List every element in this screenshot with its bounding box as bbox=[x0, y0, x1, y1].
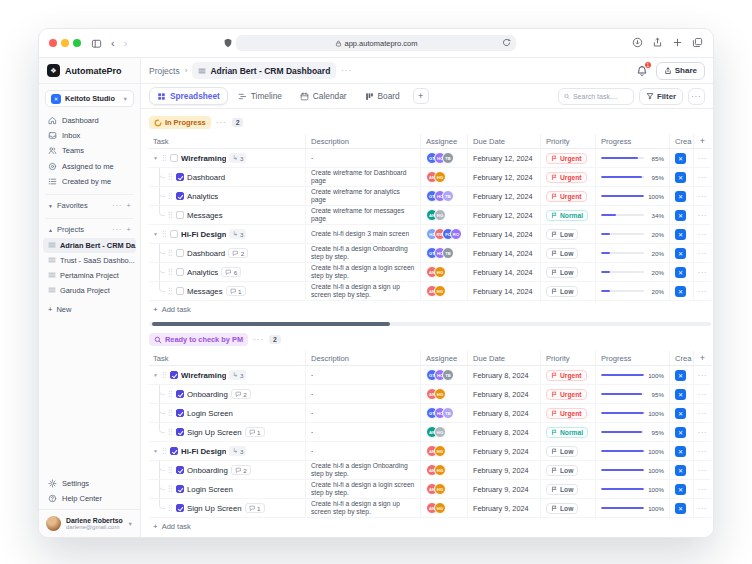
task-checkbox[interactable] bbox=[176, 173, 184, 181]
section-add-icon[interactable]: + bbox=[126, 201, 131, 210]
sidebar-section-projects[interactable]: ▲Projects···+ bbox=[39, 223, 140, 237]
table-row[interactable]: ▼ Hi-Fi Design ↳ 3 Create hi-fi design 3… bbox=[149, 225, 711, 244]
user-card[interactable]: Darlene Robertson darlene@gmail.com ▼ bbox=[39, 509, 140, 537]
drag-handle-icon[interactable] bbox=[168, 409, 173, 417]
task-badge[interactable]: 6 bbox=[221, 267, 241, 277]
group-status-badge[interactable]: In Progress bbox=[149, 116, 211, 129]
task-checkbox[interactable] bbox=[176, 504, 184, 512]
group-status-badge[interactable]: Ready to check by PM bbox=[149, 333, 248, 346]
notifications-button[interactable]: 1 bbox=[636, 65, 648, 77]
task-badge[interactable]: ↳ 3 bbox=[229, 229, 246, 239]
tab-calendar[interactable]: Calendar bbox=[292, 87, 355, 105]
traffic-lights[interactable] bbox=[49, 39, 81, 47]
task-checkbox[interactable] bbox=[176, 428, 184, 436]
expand-chevron-icon[interactable]: ▼ bbox=[153, 372, 159, 378]
expand-chevron-icon[interactable]: ▼ bbox=[153, 155, 159, 161]
row-menu-icon[interactable]: ··· bbox=[694, 366, 711, 384]
group-menu-icon[interactable]: ··· bbox=[253, 335, 264, 344]
row-menu-icon[interactable]: ··· bbox=[694, 282, 711, 300]
drag-handle-icon[interactable] bbox=[168, 504, 173, 512]
horizontal-scrollbar[interactable] bbox=[149, 322, 711, 326]
breadcrumb-projects[interactable]: Projects bbox=[149, 66, 180, 76]
add-task-button[interactable]: + Add task bbox=[149, 301, 711, 317]
toggle-sidebar-icon[interactable] bbox=[91, 38, 102, 49]
drag-handle-icon[interactable] bbox=[168, 173, 173, 181]
task-badge[interactable]: 2 bbox=[231, 389, 251, 399]
row-menu-icon[interactable]: ··· bbox=[694, 442, 711, 460]
drag-handle-icon[interactable] bbox=[162, 447, 167, 455]
sidebar-project-item[interactable]: Garuda Project bbox=[43, 283, 136, 298]
drag-handle-icon[interactable] bbox=[168, 466, 173, 474]
sidebar-project-item[interactable]: Trust - SaaS Dashbo... bbox=[43, 253, 136, 268]
add-task-button[interactable]: + Add task bbox=[149, 518, 711, 534]
expand-chevron-icon[interactable]: ▼ bbox=[153, 231, 159, 237]
sidebar-item-created-by-me[interactable]: Created by me bbox=[43, 174, 136, 189]
task-checkbox[interactable] bbox=[170, 371, 178, 379]
sidebar-section-favorites[interactable]: ▼Favorites···+ bbox=[39, 199, 140, 213]
task-checkbox[interactable] bbox=[176, 485, 184, 493]
table-row[interactable]: ▼ Wireframing ↳ 3 - GTHCTB February 8, 2… bbox=[149, 366, 711, 385]
section-menu-icon[interactable]: ··· bbox=[112, 226, 122, 233]
table-row[interactable]: ▼ Hi-Fi Design ↳ 3 - ANHG February 9, 20… bbox=[149, 442, 711, 461]
forward-icon[interactable]: › bbox=[124, 38, 128, 49]
section-add-icon[interactable]: + bbox=[126, 225, 131, 234]
drag-handle-icon[interactable] bbox=[168, 485, 173, 493]
table-row[interactable]: ▼ Messages Create wireframe for messages… bbox=[149, 206, 711, 225]
table-row[interactable]: ▼ Onboarding 2 - ANHG February 8, 2024 U… bbox=[149, 385, 711, 404]
group-menu-icon[interactable]: ··· bbox=[216, 118, 227, 127]
task-checkbox[interactable] bbox=[176, 466, 184, 474]
task-badge[interactable]: 1 bbox=[245, 427, 265, 437]
drag-handle-icon[interactable] bbox=[168, 287, 173, 295]
table-row[interactable]: ▼ Onboarding 2 Create hi-fi a design Onb… bbox=[149, 461, 711, 480]
search-box[interactable] bbox=[558, 88, 634, 105]
table-row[interactable]: ▼ Login Screen - GTHCTB February 8, 2024… bbox=[149, 404, 711, 423]
task-badge[interactable]: ↳ 3 bbox=[229, 370, 246, 380]
table-row[interactable]: ▼ Login Screen Create hi-fi a design a l… bbox=[149, 480, 711, 499]
row-menu-icon[interactable]: ··· bbox=[694, 149, 711, 167]
sidebar-item-teams[interactable]: Teams bbox=[43, 143, 136, 158]
table-row[interactable]: ▼ Messages 1 Create hi-fi a design a sig… bbox=[149, 282, 711, 301]
drag-handle-icon[interactable] bbox=[162, 371, 167, 379]
task-badge[interactable]: ↳ 3 bbox=[229, 153, 246, 163]
row-menu-icon[interactable]: ··· bbox=[694, 225, 711, 243]
drag-handle-icon[interactable] bbox=[168, 428, 173, 436]
scrollbar-thumb[interactable] bbox=[152, 322, 390, 326]
sidebar-item-inbox[interactable]: Inbox bbox=[43, 128, 136, 143]
back-icon[interactable]: ‹ bbox=[111, 38, 115, 49]
drag-handle-icon[interactable] bbox=[168, 192, 173, 200]
table-row[interactable]: ▼ Analytics Create wireframe for analyti… bbox=[149, 187, 711, 206]
new-project-button[interactable]: + New bbox=[48, 305, 131, 314]
tab-overview-icon[interactable] bbox=[692, 37, 703, 48]
row-menu-icon[interactable]: ··· bbox=[694, 385, 711, 403]
row-menu-icon[interactable]: ··· bbox=[694, 480, 711, 498]
tab-timeline[interactable]: Timeline bbox=[230, 87, 290, 105]
sidebar-project-item[interactable]: Adrian Bert - CRM Da... bbox=[43, 238, 136, 253]
zoom-window-button[interactable] bbox=[73, 39, 81, 47]
task-checkbox[interactable] bbox=[170, 447, 178, 455]
task-checkbox[interactable] bbox=[176, 249, 184, 257]
drag-handle-icon[interactable] bbox=[168, 390, 173, 398]
row-menu-icon[interactable]: ··· bbox=[694, 263, 711, 281]
shield-icon[interactable] bbox=[223, 38, 233, 48]
url-bar[interactable]: app.automatepro.com bbox=[236, 35, 516, 51]
minimize-window-button[interactable] bbox=[61, 39, 69, 47]
tab-spreadsheet[interactable]: Spreadsheet bbox=[149, 87, 228, 105]
new-tab-icon[interactable] bbox=[672, 37, 683, 48]
share-page-icon[interactable] bbox=[652, 37, 663, 48]
filter-button[interactable]: Filter bbox=[639, 88, 683, 105]
add-column-button[interactable]: + bbox=[694, 351, 711, 365]
table-row[interactable]: ▼ Sign Up Screen 1 Create hi-fi a design… bbox=[149, 499, 711, 518]
task-checkbox[interactable] bbox=[176, 409, 184, 417]
task-badge[interactable]: 2 bbox=[228, 248, 248, 258]
task-badge[interactable]: 2 bbox=[231, 465, 251, 475]
page-title[interactable]: Adrian Bert - CRM Dashboard bbox=[192, 62, 336, 79]
expand-chevron-icon[interactable]: ▼ bbox=[153, 448, 159, 454]
drag-handle-icon[interactable] bbox=[162, 154, 167, 162]
row-menu-icon[interactable]: ··· bbox=[694, 423, 711, 441]
task-badge[interactable]: ↳ 3 bbox=[229, 446, 246, 456]
task-checkbox[interactable] bbox=[176, 192, 184, 200]
table-row[interactable]: ▼ Wireframing ↳ 3 - GTHCTB February 12, … bbox=[149, 149, 711, 168]
title-menu-icon[interactable]: ··· bbox=[341, 66, 352, 75]
task-checkbox[interactable] bbox=[170, 154, 178, 162]
table-row[interactable]: ▼ Sign Up Screen 1 - ANHG February 8, 20… bbox=[149, 423, 711, 442]
